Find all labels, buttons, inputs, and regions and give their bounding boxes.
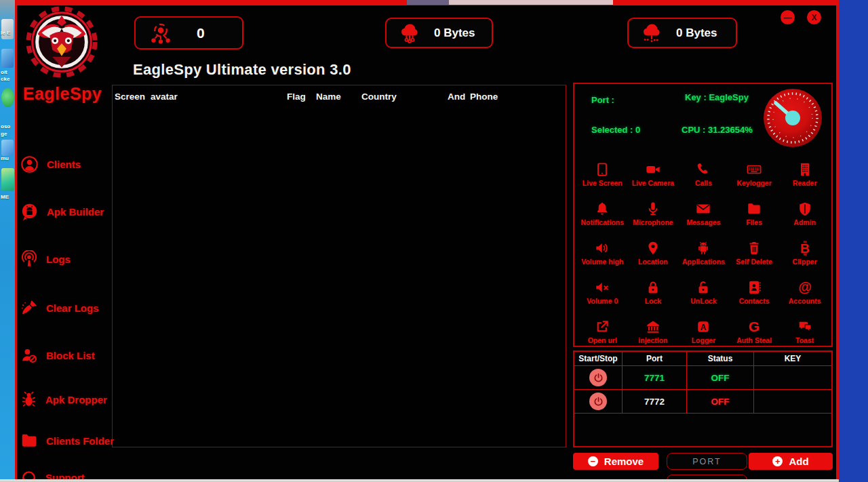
video-camera-icon xyxy=(646,162,660,177)
cpu-gauge xyxy=(762,87,824,149)
port-row-7772: 7772 OFF xyxy=(574,390,831,414)
port-status: OFF xyxy=(687,390,754,414)
action-auth-steal[interactable]: Auth Steal xyxy=(729,306,780,346)
action-label: Self Delete xyxy=(736,258,772,266)
port-number: 7771 xyxy=(623,366,687,390)
port-input[interactable] xyxy=(667,453,747,470)
column-header-phone: Phone xyxy=(470,92,498,102)
action-label: Applications xyxy=(682,258,725,266)
eaglespy-logo xyxy=(22,4,102,81)
port-number: 7772 xyxy=(623,390,687,414)
trash-icon xyxy=(747,241,762,256)
bug-icon xyxy=(20,391,37,408)
background-window-fragment xyxy=(407,0,449,5)
phone-icon xyxy=(696,162,711,177)
action-keylogger[interactable]: Keylogger xyxy=(729,149,780,188)
sidebar-item-label: Clear Logs xyxy=(46,302,99,314)
action-live-camera[interactable]: Live Camera xyxy=(628,149,679,188)
power-toggle-button[interactable] xyxy=(589,369,607,386)
screen-icon xyxy=(595,162,610,177)
remove-button-label: Remove xyxy=(604,456,644,467)
bank-icon xyxy=(646,319,660,334)
action-label: Live Camera xyxy=(632,179,674,187)
minimize-button[interactable]: — xyxy=(781,10,795,24)
action-label: Lock xyxy=(645,297,662,305)
clients-table: Screen avatar Flag Name Country And Phon… xyxy=(112,85,566,447)
action-calls[interactable]: Calls xyxy=(678,149,729,188)
sidebar-item-logs[interactable]: Logs xyxy=(20,250,71,268)
clients-counter-box: 0 xyxy=(134,16,243,49)
action-label: Volume 0 xyxy=(587,297,618,305)
desktop-icon-fragment[interactable] xyxy=(1,49,14,68)
action-applications[interactable]: Applications xyxy=(678,228,729,267)
action-label: Calls xyxy=(695,179,712,187)
sidebar-item-apk-builder[interactable]: Apk Builder xyxy=(20,203,104,221)
sidebar-item-label: Clients Folder xyxy=(46,435,114,447)
close-button[interactable]: X xyxy=(807,10,821,24)
action-lock[interactable]: Lock xyxy=(628,267,679,306)
background-window-fragment xyxy=(449,0,613,5)
desktop-icon-fragment[interactable] xyxy=(1,88,14,107)
page-title: EagleSpy Ultimate version 3.0 xyxy=(133,61,351,79)
port-label: Port : xyxy=(591,95,614,105)
action-clipper[interactable]: Clipper xyxy=(779,228,830,267)
action-contacts[interactable]: Contacts xyxy=(729,267,780,306)
action-live-screen[interactable]: Live Screen xyxy=(577,149,628,188)
sidebar-item-apk-dropper[interactable]: Apk Dropper xyxy=(20,391,107,408)
action-admin[interactable]: Admin xyxy=(779,188,830,228)
action-open-url[interactable]: Open url xyxy=(577,306,628,346)
building-icon xyxy=(797,162,812,177)
desktop-icon-fragment[interactable] xyxy=(1,168,14,191)
action-messages[interactable]: Messages xyxy=(678,188,729,228)
sidebar-item-label: Apk Builder xyxy=(47,206,104,218)
action-volume-0[interactable]: Volume 0 xyxy=(577,267,628,306)
desktop-icon-fragment[interactable] xyxy=(1,140,14,156)
window-border-left xyxy=(15,0,17,479)
minus-circle-icon: − xyxy=(588,456,598,466)
sidebar-item-label: Apk Dropper xyxy=(45,394,107,405)
action-logger[interactable]: Logger xyxy=(678,306,729,346)
sidebar-item-clients-folder[interactable]: Clients Folder xyxy=(20,432,114,449)
desktop-label-fragment: oso xyxy=(1,123,10,129)
actions-grid: Live Screen Live Camera Calls Keylogger … xyxy=(577,149,830,346)
contacts-icon xyxy=(747,280,762,295)
action-injection[interactable]: injection xyxy=(628,306,679,346)
remove-port-button[interactable]: − Remove xyxy=(573,453,658,470)
power-toggle-button[interactable] xyxy=(589,393,607,410)
action-accounts[interactable]: Accounts xyxy=(779,267,830,306)
power-icon xyxy=(593,373,604,383)
action-notifications[interactable]: Notifications xyxy=(577,188,628,228)
sidebar-item-clear-logs[interactable]: Clear Logs xyxy=(20,299,99,317)
folder-icon xyxy=(20,432,38,449)
action-self-delete[interactable]: Self Delete xyxy=(729,228,780,267)
window-border-right xyxy=(836,0,839,479)
action-label: Volume high xyxy=(581,258,623,266)
action-files[interactable]: Files xyxy=(729,188,780,228)
minimize-icon: — xyxy=(784,13,792,22)
action-unlock[interactable]: UnLock xyxy=(678,267,729,306)
action-volume-high[interactable]: Volume high xyxy=(577,228,628,267)
sidebar-item-clients[interactable]: Clients xyxy=(20,155,81,174)
action-location[interactable]: Location xyxy=(628,228,679,267)
user-block-icon xyxy=(20,346,38,364)
action-label: Reader xyxy=(793,179,817,187)
action-reader[interactable]: Reader xyxy=(779,149,830,188)
key-label: Key : EagleSpy xyxy=(685,92,749,102)
at-icon xyxy=(797,280,812,295)
selected-label: Selected : 0 xyxy=(591,125,640,135)
desktop-label-fragment: ME xyxy=(1,194,9,200)
port-status: OFF xyxy=(687,366,754,390)
ports-header-status: Status xyxy=(687,352,754,366)
upload-value: 0 Bytes xyxy=(434,26,475,40)
column-header-screen: Screen xyxy=(115,92,145,102)
plus-circle-icon: + xyxy=(772,456,783,466)
sidebar-item-block-list[interactable]: Block List xyxy=(20,346,95,364)
recycle-bin-icon[interactable] xyxy=(1,19,14,39)
action-microphone[interactable]: Microphone xyxy=(628,188,679,228)
cloud-download-icon xyxy=(641,22,663,44)
desktop-label-fragment: oit xyxy=(1,69,7,75)
add-port-button[interactable]: + Add xyxy=(749,453,833,470)
action-toast[interactable]: Toast xyxy=(779,306,830,346)
user-icon xyxy=(20,155,39,174)
brand-title: EagleSpy xyxy=(15,84,110,104)
